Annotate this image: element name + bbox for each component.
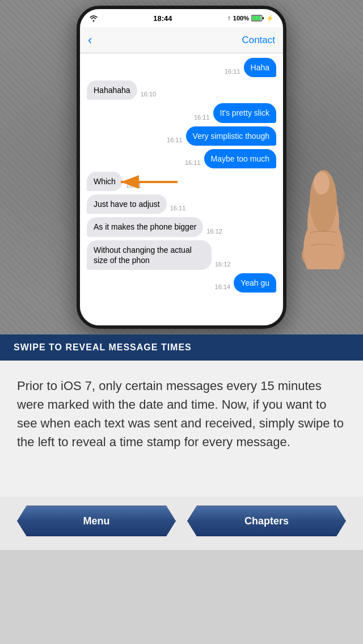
feature-banner: SWIPE TO REVEAL MESSAGE TIMES — [0, 334, 363, 361]
message-row: 16:11 Very simplistic though — [87, 126, 276, 146]
msg-time: 16:11 — [185, 159, 201, 166]
swipe-arrow — [115, 175, 183, 189]
phone-screenshot-area: 18:44 ↑ 100% ⚡ ‹ Contact — [0, 0, 363, 334]
svg-rect-2 — [263, 17, 264, 19]
menu-button[interactable]: Menu — [17, 506, 176, 536]
message-bubble: Maybe too much — [204, 149, 277, 168]
message-bubble: Haha — [244, 58, 276, 77]
back-button[interactable]: ‹ — [88, 33, 92, 48]
messages-area: 16:11 Haha Hahahaha 16:10 16:11 It's pre… — [80, 53, 283, 329]
message-bubble: Which — [87, 172, 123, 191]
message-row: As it makes the phone bigger 16:12 — [87, 217, 276, 236]
status-time: 18:44 — [153, 14, 172, 23]
message-row: Without changing the actual size of the … — [87, 240, 276, 270]
description-section: Prior to iOS 7, only certain messages ev… — [0, 361, 363, 463]
message-bubble: It's pretty slick — [213, 103, 276, 122]
nav-contact-button[interactable]: Contact — [242, 35, 275, 46]
msg-time: 16:12 — [206, 228, 222, 235]
battery-icon — [251, 15, 264, 22]
message-row: Hahahaha 16:10 — [87, 80, 276, 100]
msg-time: 16:11 — [194, 114, 210, 121]
msg-time: 16:14 — [215, 283, 231, 290]
message-row: 16:11 Maybe too much — [87, 149, 276, 168]
message-row: Which 16:11 — [87, 172, 276, 191]
svg-point-10 — [314, 172, 330, 194]
wifi-icon — [89, 15, 98, 22]
spacer — [0, 463, 363, 497]
nav-bar: ‹ Contact — [80, 27, 283, 53]
arrow-icon: ↑ — [227, 14, 231, 22]
message-row: 16:14 Yeah gu — [87, 273, 276, 293]
message-bubble: Hahahaha — [87, 80, 137, 100]
bottom-nav-bar: Menu Chapters — [0, 497, 363, 550]
battery-percent: 100% — [233, 15, 249, 22]
message-bubble: Just have to adjust — [87, 194, 167, 214]
chapters-button[interactable]: Chapters — [187, 506, 346, 536]
phone-frame: 18:44 ↑ 100% ⚡ ‹ Contact — [77, 6, 286, 329]
message-bubble: Without changing the actual size of the … — [87, 240, 212, 270]
status-bar: 18:44 ↑ 100% ⚡ — [80, 9, 283, 27]
msg-time: 16:10 — [141, 91, 157, 98]
msg-time: 16:12 — [215, 261, 231, 268]
charging-icon: ⚡ — [266, 15, 274, 22]
finger-gesture-graphic — [292, 167, 354, 272]
msg-time: 16:11 — [225, 68, 240, 75]
description-text: Prior to iOS 7, only certain messages ev… — [17, 376, 346, 451]
msg-time: 16:11 — [167, 137, 183, 143]
message-bubble: Yeah gu — [234, 273, 276, 293]
message-row: 16:11 Haha — [87, 58, 276, 77]
status-right-icons: ↑ 100% ⚡ — [227, 14, 274, 22]
message-row: 16:11 It's pretty slick — [87, 103, 276, 122]
banner-text: SWIPE TO REVEAL MESSAGE TIMES — [14, 342, 192, 353]
message-bubble: As it makes the phone bigger — [87, 217, 203, 236]
msg-time: 16:11 — [170, 205, 186, 211]
message-row: Just have to adjust 16:11 — [87, 194, 276, 214]
message-bubble: Very simplistic though — [186, 126, 276, 146]
